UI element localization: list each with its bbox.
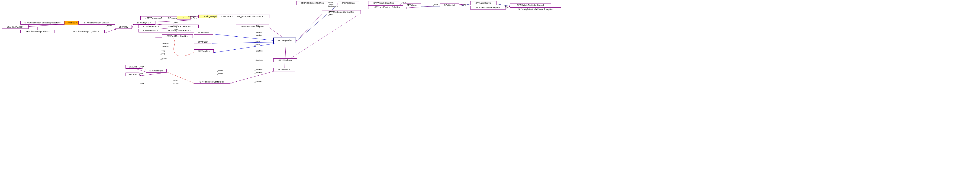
svg-line-15: [285, 44, 286, 60]
node-CacheRecPtr[interactable]: < CacheRecPtr >: [138, 25, 164, 28]
svg-line-17: [167, 72, 195, 84]
node-SFXRGBColor[interactable]: SFXRGBColor: [338, 1, 359, 5]
label-buffer: _buffer: [106, 24, 112, 27]
svg-line-32: [296, 13, 323, 41]
label-context1: _context: [255, 81, 261, 82]
label-key1: _key: [462, 3, 466, 6]
label-translate2: _translate: [161, 45, 169, 47]
label-translate1: _translate: [161, 42, 169, 44]
node-Uint32[interactable]: < Uint32 >: [65, 21, 80, 25]
svg-line-30: [285, 13, 361, 62]
label-cache: cache: [173, 25, 178, 27]
node-SFAClusterHeap-Alloc[interactable]: SFAClusterHeap< Alloc >: [21, 30, 55, 33]
label-virtual2: _virtual: [217, 73, 223, 75]
label-size: _size: [139, 73, 143, 75]
label-vclip2: _vclip: [161, 53, 165, 55]
node-SFYResponder-FlagRec[interactable]: SFYResponder::FlagRec: [236, 25, 269, 28]
node-SFYRenderer[interactable]: SFYRenderer: [273, 68, 295, 71]
node-SFYDistributor[interactable]: SFYDistributor: [273, 58, 297, 62]
svg-line-31: [230, 71, 274, 83]
svg-line-16: [285, 44, 285, 69]
node-SFXArray-V[interactable]: SFXArray< V >: [133, 21, 156, 25]
label-flag: _flag: [255, 25, 259, 27]
label-renderer2: _renderer: [255, 71, 262, 74]
node-SFXRectangle[interactable]: SFXRectangle: [146, 69, 167, 73]
node-SFXClusterHeap-Uint32[interactable]: SFXClusterHeap< Uint32 >: [78, 21, 115, 25]
label-focus: focus: [328, 1, 333, 3]
label-virtual1: _virtual: [217, 69, 223, 72]
label-renderer1: _renderer: [255, 68, 262, 71]
label-graphics: _graphics: [255, 50, 262, 52]
label-origin1: _origin: [139, 65, 144, 68]
svg-line-12: [212, 42, 274, 43]
node-SFYLabelControl[interactable]: SFYLabelControl: [470, 1, 496, 5]
node-SFXGrid[interactable]: SFXGrid: [126, 65, 140, 69]
node-SFAClusterHeap-SFDebug[interactable]: SFAClusterHeap< SFDebugAllocator >: [21, 21, 65, 25]
label-update: update: [173, 82, 178, 84]
label-render: render: [173, 79, 178, 81]
label-handler1: _handler: [255, 31, 262, 33]
node-SFYDistributor-ContextRec[interactable]: SFYDistributor::ContextRec: [322, 10, 361, 14]
node-SFCError[interactable]: < SFCError >: [217, 14, 237, 18]
node-SFYLabelControl-ColorRec[interactable]: SFYLabelControl::ColorRec: [368, 5, 406, 9]
label-global: _global: [161, 57, 167, 60]
svg-line-5: [132, 24, 134, 28]
node-SFAHeap-Alloc[interactable]: SFAHeap< Alloc >: [2, 25, 29, 29]
svg-line-4: [104, 29, 116, 33]
label-origin2: _origin: [139, 82, 144, 84]
label-context2: _context: [328, 10, 335, 12]
node-SFYWidget-ColorRec[interactable]: SFYWidget::ColorRec: [368, 1, 399, 5]
label-vclip1: _vclip: [161, 50, 165, 52]
label-background: background: [328, 5, 338, 7]
label-font: _font: [173, 34, 177, 36]
node-SFYWidget[interactable]: SFYWidget: [403, 3, 421, 7]
node-SFZMultipleTextLabelControl[interactable]: SFZMultipleTextLabelControl: [510, 3, 551, 7]
label-key2: _key: [504, 6, 508, 8]
node-SFXSize[interactable]: SFXSize: [126, 73, 140, 76]
node-SFXArray-NodeRecPtr[interactable]: SFXArray::NodeRecPtr >: [162, 29, 197, 32]
label-handler2: _handler: [255, 34, 262, 36]
node-SFXGraphics[interactable]: SFXGraphics: [194, 49, 214, 53]
node-SFXArray-CacheRecPtr[interactable]: SFXArray::CacheRecPtr >: [162, 25, 199, 28]
label-tracer1: _tracer: [255, 41, 260, 43]
node-SFXGraphics-FontRec[interactable]: SFXGraphics::FontRec: [162, 34, 193, 38]
label-node2: _node: [173, 29, 178, 31]
svg-line-14: [269, 28, 285, 39]
svg-line-11: [213, 34, 274, 41]
node-SFYControl[interactable]: SFYControl: [440, 3, 459, 7]
node-SFZMultipleTextLabelControl-KeyRec[interactable]: SFZMultipleTextLabelControl::KeyRec: [510, 8, 561, 11]
svg-line-21: [296, 4, 339, 41]
svg-line-13: [214, 44, 274, 53]
node-SFXRGBColor-RGBRec[interactable]: SFXRGBColor::RGBRec: [296, 1, 328, 5]
node-SFYHandler[interactable]: SFYHandler: [194, 31, 213, 35]
node-NodeRecPtr[interactable]: < NodeRecPtr >: [138, 29, 163, 32]
label-color3: _color: [433, 3, 438, 6]
label-node1: _node: [173, 21, 178, 24]
label-child: _child: [328, 13, 333, 16]
label-distribute: _distribute: [255, 59, 263, 61]
node-SFXArray[interactable]: SFXArray: [115, 25, 132, 29]
label-exception: _exception: [187, 16, 196, 18]
node-SFYResponder[interactable]: SFYResponder: [273, 38, 296, 43]
node-SFYRenderer-ContextRec[interactable]: SFYRenderer::ContextRec: [194, 80, 230, 84]
label-tracer2: _tracer: [255, 44, 260, 46]
node-SFYLabelControl-KeyRec[interactable]: SFYLabelControl::KeyRec: [470, 6, 506, 9]
diagram-container: SFAHeap< Alloc > SFAClusterHeap< SFDebug…: [0, 0, 980, 169]
node-SFXClusterHeap-T-Alloc[interactable]: SFXClusterHeap< T, Alloc >: [67, 30, 105, 33]
node-SFYTracer[interactable]: SFYTracer: [194, 40, 212, 44]
